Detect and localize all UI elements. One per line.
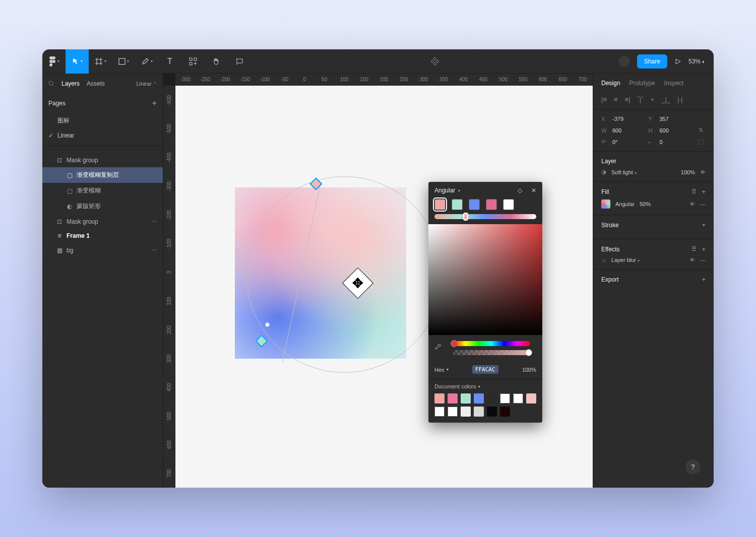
add-export-icon[interactable]: + [702,276,706,283]
radius-input[interactable]: 0 [660,139,692,145]
saturation-value-field[interactable] [428,224,542,335]
blend-icon[interactable]: ◇ [518,187,522,194]
doc-color-swatch[interactable] [474,407,484,417]
align-left-icon[interactable]: 󠀠|≡ [601,96,607,103]
present-icon[interactable] [674,58,681,65]
distribute-icon[interactable]: |·| [677,96,682,103]
doc-color-swatch[interactable] [461,407,471,417]
user-avatar[interactable] [619,56,630,67]
share-button[interactable]: Share [637,54,667,69]
hue-slider[interactable] [453,341,530,346]
gradient-stop-handle[interactable] [463,213,468,221]
tab-design[interactable]: Design [601,80,620,87]
visibility-icon[interactable]: 👁 [689,257,695,263]
close-icon[interactable]: ✕ [531,187,536,194]
tab-assets[interactable]: Assets [87,80,105,87]
y-input[interactable]: 357 [660,116,692,122]
help-button[interactable]: ? [685,459,701,475]
effect-settings-icon[interactable]: ☼ [601,257,606,263]
hidden-icon[interactable]: ⤳ [151,246,157,254]
doc-colors-dropdown[interactable]: Document colors ▾ [434,383,536,389]
layer-item-selected[interactable]: ▢ 渐变模糊复制层 [42,167,163,183]
styles-icon[interactable]: ⠿ [691,245,697,253]
gradient-stop[interactable] [503,199,514,210]
w-input[interactable]: 600 [612,127,645,133]
gradient-stop[interactable] [452,199,463,210]
add-stroke-icon[interactable]: + [702,221,706,229]
layer-item-mask-group[interactable]: ⊡ Mask group ⤳ [42,214,163,229]
frame-tool-button[interactable]: ▾ [89,49,112,74]
hidden-icon[interactable]: ⤳ [151,218,157,225]
tab-prototype[interactable]: Prototype [629,80,655,87]
align-vcenter-icon[interactable]: + [651,96,655,103]
doc-color-swatch[interactable] [461,393,471,404]
fill-opacity-input[interactable]: 50% [640,201,651,207]
styles-icon[interactable]: ⠿ [691,188,697,195]
alpha-handle[interactable] [525,349,532,356]
visibility-icon[interactable]: 👁 [689,201,695,207]
color-opacity-input[interactable]: 100% [522,367,536,373]
angular-handle-ring[interactable] [246,176,443,373]
hex-input[interactable]: FFACAC [472,365,498,374]
tab-inspect[interactable]: Inspect [664,80,684,87]
doc-color-swatch[interactable] [448,393,458,404]
resources-button[interactable] [181,49,205,74]
doc-color-swatch[interactable] [434,407,445,417]
remove-effect-icon[interactable]: — [700,257,706,263]
color-mode-dropdown[interactable]: Hex ▾ [434,367,449,373]
move-tool-button[interactable]: ▾ [66,49,89,74]
independent-corners-icon[interactable]: ⛶ [696,139,706,145]
doc-color-swatch[interactable] [448,407,458,417]
doc-color-swatch[interactable] [474,393,484,404]
align-bottom-icon[interactable]: _|_ [661,96,670,103]
layer-item[interactable]: ◐ 蒙版矩形 [42,198,163,214]
zoom-dropdown[interactable]: 53%▾ [688,58,705,65]
rotation-input[interactable]: 0° [612,139,645,145]
layer-item-frame[interactable]: ≡ Frame 1 [42,229,163,243]
color-picker-panel[interactable]: Angular ▾ ◇ ✕ Hex [428,182,542,423]
eyedropper-icon[interactable] [434,344,442,351]
doc-color-swatch[interactable] [434,393,445,404]
tab-layers[interactable]: Layers [61,80,80,87]
gradient-stop[interactable] [469,199,480,210]
constrain-proportions-icon[interactable]: ⇅ [696,127,706,133]
fill-type-dropdown[interactable]: Angular [434,187,455,194]
h-input[interactable]: 600 [660,127,692,133]
shape-tool-button[interactable]: ▾ [112,49,135,74]
page-item[interactable]: 图标 [42,113,163,128]
layer-opacity-input[interactable]: 100% [681,169,695,175]
visibility-icon[interactable]: 👁 [700,169,706,175]
doc-color-swatch[interactable] [526,393,536,404]
hand-tool-button[interactable] [205,49,228,74]
layer-item-mask-group[interactable]: ⊡ Mask group [42,153,163,167]
alpha-slider[interactable] [453,350,530,355]
align-hcenter-icon[interactable]: ≡ [614,96,618,103]
gradient-bar[interactable] [434,214,536,219]
add-effect-icon[interactable]: + [702,245,706,253]
fill-type-label[interactable]: Angular [615,201,635,207]
add-page-button[interactable]: + [152,99,157,108]
gradient-center-handle[interactable] [265,322,270,327]
doc-color-swatch[interactable] [487,393,497,404]
fill-swatch[interactable] [601,199,610,209]
search-icon[interactable] [48,81,54,87]
hue-handle[interactable] [451,340,458,347]
blend-mode-dropdown[interactable]: Soft light ▾ [611,169,637,175]
figma-menu-button[interactable]: ▾ [42,49,66,74]
add-fill-icon[interactable]: + [702,188,706,195]
doc-color-swatch[interactable] [487,407,497,417]
gradient-stop[interactable] [434,199,446,210]
gradient-stop[interactable] [486,199,497,210]
page-item[interactable]: Linear [42,128,163,143]
text-tool-button[interactable]: T [158,49,181,74]
align-top-icon[interactable]: ‾|‾ [638,96,644,103]
doc-color-swatch[interactable] [513,393,523,404]
align-right-icon[interactable]: ≡| [625,96,631,103]
layer-item[interactable]: ▢ 渐变模糊 [42,183,163,198]
effect-type-dropdown[interactable]: Layer blur ▾ [611,257,640,263]
pen-tool-button[interactable]: ▾ [135,49,158,74]
doc-color-swatch[interactable] [500,393,510,404]
layer-item-image[interactable]: ▦ bg ⤳ [42,243,163,257]
remove-fill-icon[interactable]: — [700,201,706,207]
x-input[interactable]: -379 [612,116,645,122]
